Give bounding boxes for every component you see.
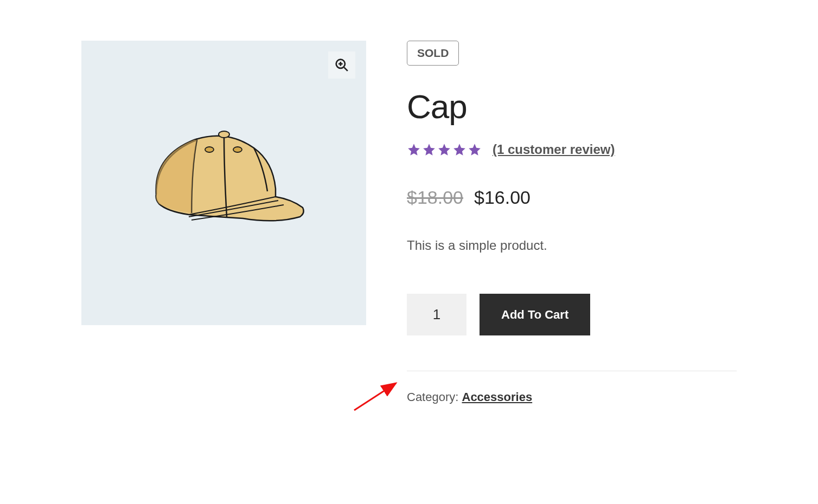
star-icon <box>437 143 451 157</box>
price-row: $18.00 $16.00 <box>407 187 737 208</box>
old-price: $18.00 <box>407 187 463 208</box>
product-description: This is a simple product. <box>407 238 737 253</box>
product-title: Cap <box>407 87 737 126</box>
sold-badge: SOLD <box>407 41 459 66</box>
product-image[interactable] <box>81 41 366 325</box>
quantity-input[interactable] <box>407 294 466 335</box>
svg-point-4 <box>205 147 214 152</box>
product-meta: Category: Accessories <box>407 371 737 404</box>
svg-line-1 <box>344 67 348 70</box>
cart-row: Add To Cart <box>407 294 737 335</box>
star-icon <box>468 143 482 157</box>
category-label: Category: <box>407 390 462 404</box>
star-icon <box>422 143 436 157</box>
star-icon <box>407 143 421 157</box>
review-link[interactable]: (1 customer review) <box>493 142 615 157</box>
cap-illustration-icon <box>140 124 308 243</box>
star-icon <box>452 143 466 157</box>
product-container: SOLD Cap (1 customer review) $18.00 $16.… <box>0 0 818 404</box>
new-price: $16.00 <box>474 187 531 208</box>
svg-point-6 <box>219 131 229 138</box>
category-link[interactable]: Accessories <box>462 390 533 404</box>
zoom-icon[interactable] <box>328 51 355 79</box>
product-details: SOLD Cap (1 customer review) $18.00 $16.… <box>407 41 737 404</box>
rating-row: (1 customer review) <box>407 142 737 157</box>
rating-stars <box>407 143 482 157</box>
svg-point-5 <box>233 147 242 152</box>
add-to-cart-button[interactable]: Add To Cart <box>480 294 590 335</box>
